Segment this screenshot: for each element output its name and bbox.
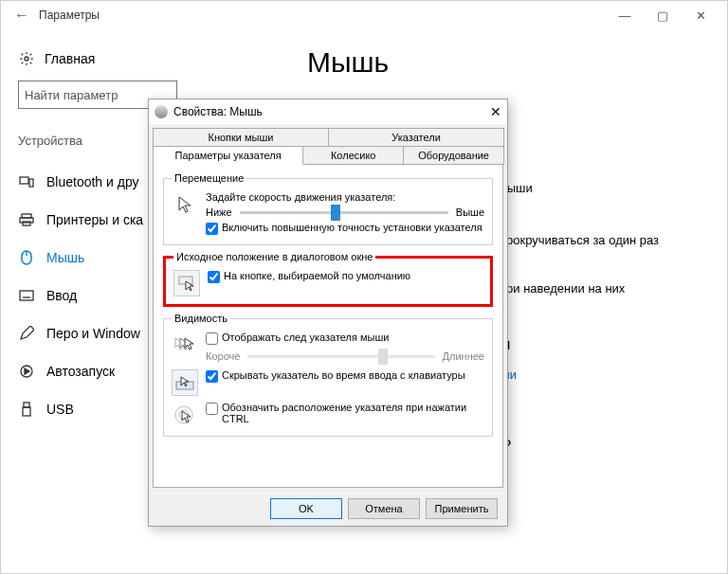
- tab-pointer-options[interactable]: Параметры указателя: [153, 146, 303, 165]
- gear-icon: [18, 50, 35, 67]
- page-title: Мышь: [307, 46, 710, 79]
- mouse-icon: [18, 249, 35, 266]
- close-button[interactable]: ✕: [682, 3, 719, 27]
- mouse-properties-dialog: Свойства: Мышь ✕ Кнопки мыши Указатели П…: [148, 99, 508, 527]
- group-visibility: Видимость Отображать след указателя мыши…: [163, 313, 493, 437]
- pen-icon: [18, 325, 35, 342]
- show-location-ctrl-checkbox[interactable]: Обозначить расположение указателя при на…: [206, 402, 484, 424]
- window-title: Параметры: [35, 9, 606, 22]
- svg-rect-14: [24, 403, 29, 407]
- snap-to-icon: [173, 270, 200, 296]
- search-placeholder: Найти параметр: [25, 88, 118, 102]
- svg-rect-2: [29, 179, 33, 187]
- pointer-speed-slider[interactable]: [240, 211, 448, 214]
- tab-buttons[interactable]: Кнопки мыши: [153, 128, 329, 147]
- svg-rect-5: [23, 222, 30, 225]
- pointer-trails-checkbox[interactable]: Отображать след указателя мыши: [206, 332, 389, 345]
- short-label: Короче: [206, 350, 240, 362]
- sidebar-item-label: Ввод: [46, 288, 77, 303]
- dialog-button-row: OK Отмена Применить: [149, 492, 507, 526]
- sidebar-item-label: Перо и Window: [46, 326, 140, 341]
- enhance-precision-checkbox[interactable]: Включить повышенную точность установки у…: [206, 222, 482, 235]
- sidebar-item-label: Принтеры и ска: [46, 212, 143, 227]
- trail-length-slider: [247, 355, 434, 358]
- long-label: Длиннее: [443, 350, 484, 362]
- slow-label: Ниже: [206, 206, 232, 218]
- tab-panel-pointer-options: Перемещение Задайте скорость движения ук…: [153, 164, 503, 488]
- dialog-close-button[interactable]: ✕: [490, 104, 501, 119]
- back-button[interactable]: ←: [9, 7, 35, 24]
- dialog-title: Свойства: Мышь: [173, 105, 263, 118]
- devices-icon: [18, 173, 35, 190]
- group-legend: Видимость: [172, 313, 230, 324]
- dialog-titlebar: Свойства: Мышь ✕: [149, 99, 507, 124]
- trails-icon: [172, 332, 198, 358]
- fast-label: Выше: [456, 206, 484, 218]
- tab-pointers[interactable]: Указатели: [328, 128, 504, 147]
- maximize-button[interactable]: ▢: [644, 3, 682, 27]
- home-link[interactable]: Главная: [45, 51, 95, 66]
- sidebar-item-label: USB: [46, 402, 74, 417]
- hide-while-typing-checkbox[interactable]: Скрывать указатель во время ввода с клав…: [206, 369, 465, 383]
- usb-icon: [18, 401, 35, 418]
- hide-typing-icon: [172, 369, 198, 396]
- obscured-text: ка мыши но прокручиваться за один раз на…: [482, 181, 701, 490]
- group-legend: Перемещение: [172, 172, 246, 184]
- minimize-button[interactable]: —: [606, 3, 644, 27]
- snap-to-default-checkbox[interactable]: На кнопке, выбираемой по умолчанию: [208, 270, 410, 283]
- tab-strip: Кнопки мыши Указатели Параметры указател…: [149, 124, 507, 164]
- keyboard-icon: [18, 287, 35, 304]
- apply-button[interactable]: Применить: [426, 498, 498, 519]
- mouse-app-icon: [155, 105, 168, 118]
- titlebar: ← Параметры — ▢ ✕: [1, 1, 727, 29]
- cursor-icon: [172, 191, 198, 218]
- ctrl-locate-icon: [172, 402, 198, 428]
- tab-hardware[interactable]: Оборудование: [403, 146, 504, 165]
- group-motion: Перемещение Задайте скорость движения ук…: [163, 172, 493, 245]
- sidebar-item-label: Мышь: [46, 250, 84, 265]
- tab-wheel[interactable]: Колесико: [302, 146, 404, 165]
- autoplay-icon: [18, 363, 35, 380]
- speed-label: Задайте скорость движения указателя:: [206, 191, 484, 203]
- svg-rect-8: [20, 291, 33, 300]
- svg-rect-15: [23, 407, 30, 416]
- ok-button[interactable]: OK: [270, 498, 342, 519]
- text-fragment: но прокручиваться за один раз: [482, 233, 659, 247]
- cancel-button[interactable]: Отмена: [348, 498, 420, 519]
- printer-icon: [18, 211, 35, 228]
- group-legend: Исходное положение в диалоговом окне: [173, 251, 375, 262]
- sidebar-item-label: Bluetooth и дру: [46, 174, 139, 189]
- group-snap-to: Исходное положение в диалоговом окне На …: [163, 251, 493, 307]
- sidebar-item-label: Автозапуск: [46, 364, 115, 379]
- svg-rect-1: [20, 177, 28, 184]
- svg-point-0: [25, 57, 28, 61]
